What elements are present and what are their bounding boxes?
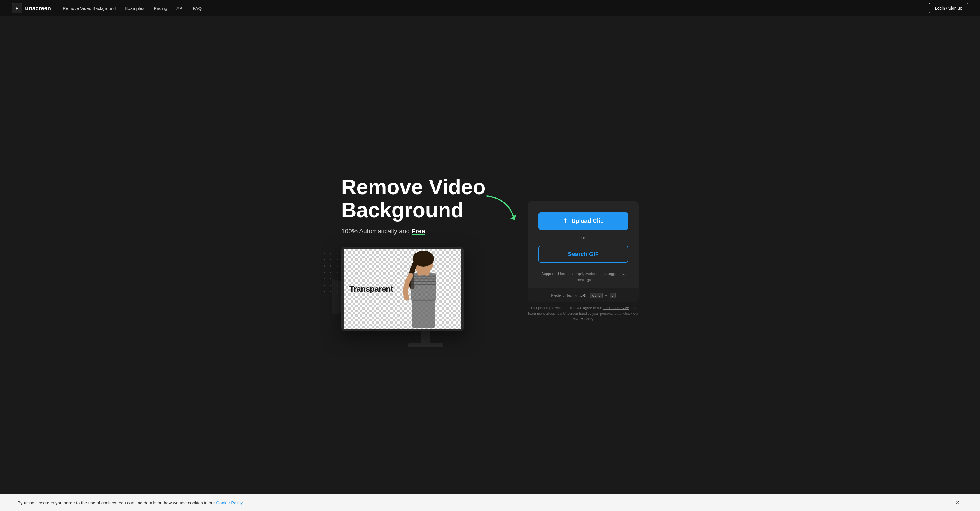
cookie-text: By using Unscreen you agree to the use o… <box>18 500 245 505</box>
dot <box>337 253 338 254</box>
hero-left: Remove Video Background 100% Automatical… <box>341 175 511 347</box>
hero-title-line2: Background <box>341 198 464 222</box>
upload-panel: ⬆ Upload Clip or Search GIF Supported fo… <box>528 201 639 302</box>
upload-icon: ⬆ <box>563 218 568 224</box>
terms-end: . <box>594 317 595 321</box>
nav-faq[interactable]: FAQ <box>193 6 202 11</box>
kbd-ctrl: ctrl <box>590 293 603 298</box>
cookie-text-end: . <box>244 500 245 505</box>
dot <box>324 285 325 286</box>
subtitle-free: Free <box>412 228 425 235</box>
logo-text: unscreen <box>25 5 51 12</box>
svg-rect-4 <box>410 275 436 277</box>
monitor-stand-base <box>408 343 443 347</box>
nav-right: Login / Sign up <box>929 3 968 13</box>
upload-btn-label: Upload Clip <box>571 218 604 224</box>
dot <box>330 278 331 279</box>
dot <box>324 253 325 254</box>
dot <box>330 285 331 286</box>
search-gif-button[interactable]: Search GIF <box>538 245 628 263</box>
hero-subtitle: 100% Automatically and Free <box>341 228 511 235</box>
hero-title-line1: Remove Video <box>341 175 485 199</box>
dot <box>330 253 331 254</box>
dot <box>324 278 325 279</box>
terms-of-service-link[interactable]: Terms of Service <box>603 306 629 310</box>
cookie-policy-link[interactable]: Cookie Policy <box>216 500 243 505</box>
paste-area: Paste video or URL ctrl + v <box>528 288 639 302</box>
nav-api[interactable]: API <box>177 6 183 11</box>
hero-section: Remove Video Background 100% Automatical… <box>0 0 980 511</box>
formats-text: Supported formats: .mp4, .webm, .ogg, .o… <box>538 271 628 283</box>
arrow-decoration <box>484 193 519 222</box>
subtitle-prefix: 100% Automatically and <box>341 228 412 235</box>
dot <box>330 266 331 267</box>
login-button[interactable]: Login / Sign up <box>929 3 968 13</box>
dot <box>330 272 331 273</box>
monitor-stand-neck <box>422 331 430 343</box>
dot <box>324 291 325 292</box>
dot <box>330 259 331 260</box>
dot <box>330 291 331 292</box>
monitor-container: Transparent <box>341 247 511 347</box>
monitor-screen: Transparent <box>344 249 461 329</box>
svg-rect-8 <box>412 299 434 328</box>
dot <box>337 272 338 273</box>
svg-rect-7 <box>410 284 436 285</box>
nav-examples[interactable]: Examples <box>125 6 145 11</box>
dot <box>324 259 325 260</box>
hero-right: ⬆ Upload Clip or Search GIF Supported fo… <box>528 201 639 322</box>
person-figure <box>391 250 450 329</box>
paste-prefix: Paste video or <box>551 293 577 298</box>
svg-rect-3 <box>410 273 436 301</box>
hero-container: Remove Video Background 100% Automatical… <box>286 0 694 511</box>
dot <box>337 266 338 267</box>
url-link[interactable]: URL <box>579 293 588 298</box>
monitor: Transparent <box>341 247 464 331</box>
dot <box>337 259 338 260</box>
privacy-policy-link[interactable]: Privacy Policy <box>571 317 593 321</box>
hero-title: Remove Video Background <box>341 175 511 222</box>
nav-remove-bg[interactable]: Remove Video Background <box>63 6 116 11</box>
monitor-label: Transparent <box>349 284 393 294</box>
logo[interactable]: unscreen <box>12 3 51 13</box>
dot <box>324 272 325 273</box>
dot <box>337 278 338 279</box>
terms-text: By uploading a video or URL you agree to… <box>528 306 639 322</box>
terms-prefix: By uploading a video or URL you agree to… <box>531 306 603 310</box>
svg-rect-6 <box>410 281 436 282</box>
or-divider: or <box>581 235 585 240</box>
svg-rect-5 <box>410 279 436 280</box>
cookie-text-prefix: By using Unscreen you agree to the use o… <box>18 500 216 505</box>
cookie-banner: By using Unscreen you agree to the use o… <box>0 494 980 511</box>
upload-clip-button[interactable]: ⬆ Upload Clip <box>538 212 628 230</box>
navbar: unscreen Remove Video Background Example… <box>0 0 980 16</box>
dot <box>324 266 325 267</box>
cookie-close-button[interactable]: × <box>953 499 963 506</box>
kbd-v: v <box>609 293 616 298</box>
nav-links: Remove Video Background Examples Pricing… <box>63 6 929 11</box>
paste-plus: + <box>605 293 607 298</box>
nav-pricing[interactable]: Pricing <box>154 6 167 11</box>
logo-icon <box>12 3 22 13</box>
